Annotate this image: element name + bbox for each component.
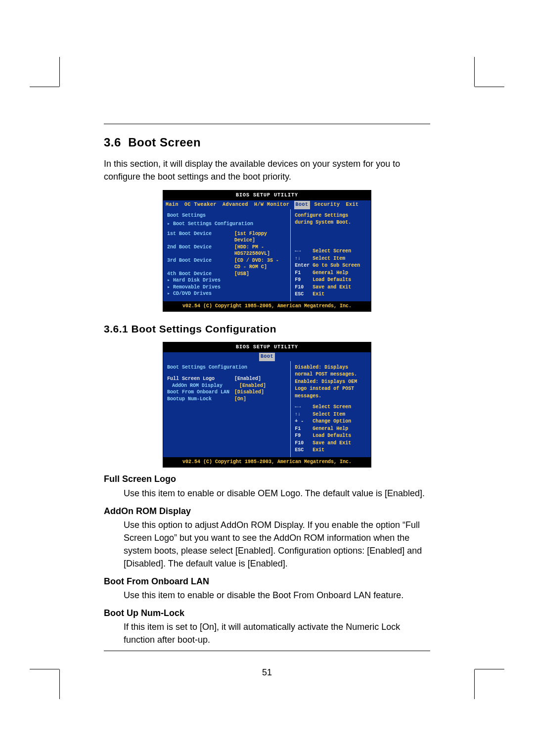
row-value: [On] (234, 396, 246, 403)
key-action: Load Defaults (312, 277, 351, 284)
bios-copyright: v02.54 (C) Copyright 1985-2003, American… (163, 457, 371, 468)
bios-submenu-link[interactable]: Hard Disk Drives (167, 277, 286, 284)
row-label: AddOn ROM Display (167, 382, 236, 389)
subsection-number: 3.6.1 (104, 323, 128, 334)
row-label: 1st Boot Device (167, 231, 231, 244)
bios-setting-row[interactable]: Bootup Num-Lock[On] (167, 396, 286, 403)
key-name: ESC (295, 447, 310, 454)
subsection-heading: 3.6.1 Boot Settings Configuration (104, 322, 430, 336)
key-action: Exit (312, 447, 324, 454)
boot-device-row[interactable]: 3rd Boot Device[CD / DVD: 3S - CD - ROM … (167, 257, 286, 271)
boot-device-row[interactable]: 4th Boot Device[USB] (167, 271, 286, 278)
row-label: 3rd Boot Device (167, 257, 231, 271)
key-action: Load Defaults (312, 432, 351, 440)
key-name: F1 (295, 425, 310, 433)
section-title: Boot Screen (128, 136, 201, 149)
submenu-label: Boot Settings Configuration (173, 221, 253, 228)
bios-left-pane: Boot Settings Boot Settings Configuratio… (163, 209, 290, 301)
key-name: Enter (295, 262, 310, 270)
bios-tabs: Boot (163, 352, 371, 361)
bios-help-text: Disabled: Displaysnormal POST messages.E… (295, 364, 368, 400)
option-description: Use this option to adjust AddOn ROM Disp… (124, 519, 430, 570)
section-heading: 3.6 Boot Screen (104, 134, 430, 151)
row-value: [Enabled] (234, 376, 261, 382)
crop-mark (59, 57, 60, 87)
crop-mark (474, 57, 475, 87)
key-name: ←→ (295, 248, 310, 255)
bios-right-pane: Configure Settingsduring System Boot. ←→… (290, 209, 371, 301)
content-column: 3.6 Boot Screen In this section, it will… (104, 0, 430, 679)
top-rule (104, 124, 430, 124)
row-value: [Enabled] (239, 382, 266, 389)
option-description: Use this item to enable or disable the B… (124, 589, 430, 602)
option-description: If this item is set to [On], it will aut… (124, 620, 430, 646)
key-action: Select Item (312, 255, 345, 263)
row-label: 2nd Boot Device (167, 244, 231, 257)
bios-title: BIOS SETUP UTILITY (163, 190, 371, 201)
page-number: 51 (104, 666, 430, 679)
key-name: F9 (295, 277, 310, 284)
bios-tab-main[interactable]: Main (164, 201, 180, 209)
bios-screenshot-boot-settings: BIOS SETUP UTILITY Boot Boot Settings Co… (163, 342, 371, 468)
key-action: General Help (312, 425, 348, 433)
bios-submenu-link[interactable]: CD/DVD Drives (167, 290, 286, 297)
manual-page: 3.6 Boot Screen In this section, it will… (0, 0, 534, 756)
bios-copyright: v02.54 (C) Copyright 1985-2005, American… (163, 301, 371, 312)
key-name: ↑↓ (295, 411, 310, 419)
key-action: Save and Exit (312, 284, 351, 291)
bottom-rule (104, 651, 430, 651)
crop-mark (30, 669, 59, 669)
bios-title: BIOS SETUP UTILITY (163, 342, 371, 353)
bios-tab-advanced[interactable]: Advanced (221, 201, 250, 209)
bios-tab-h-w-monitor[interactable]: H/W Monitor (253, 201, 291, 209)
bios-setting-row[interactable]: Boot From Onboard LAN[Disabled] (167, 389, 286, 396)
bios-left-pane: Boot Settings Configuration Full Screen … (163, 361, 290, 457)
row-label: Bootup Num-Lock (167, 396, 231, 403)
row-label: Boot From Onboard LAN (167, 389, 231, 396)
crop-mark (30, 87, 59, 87)
bios-right-pane: Disabled: Displaysnormal POST messages.E… (290, 361, 371, 457)
option-title: Full Screen Logo (104, 472, 430, 485)
row-value: [1st Floppy Device] (234, 231, 286, 244)
bios-submenu-link[interactable]: Boot Settings Configuration (167, 221, 286, 228)
option-title: AddOn ROM Display (104, 505, 430, 518)
bios-tab-exit[interactable]: Exit (345, 201, 360, 209)
key-name: ←→ (295, 404, 310, 411)
key-action: Select Screen (312, 248, 351, 255)
key-action: Change Option (312, 418, 351, 425)
boot-device-row[interactable]: 2nd Boot Device[HDD: PM - HDS722580VL] (167, 244, 286, 257)
key-name: ↑↓ (295, 255, 310, 263)
option-title: Boot Up Num-Lock (104, 607, 430, 619)
bios-tab-boot[interactable]: Boot (259, 353, 275, 361)
bios-left-heading: Boot Settings (167, 212, 286, 219)
section-number: 3.6 (104, 136, 121, 149)
key-action: Exit (312, 291, 324, 298)
bios-tab-oc-tweaker[interactable]: OC Tweaker (183, 201, 218, 209)
key-action: Save and Exit (312, 440, 351, 447)
key-name: ESC (295, 291, 310, 298)
bios-tab-boot[interactable]: Boot (294, 201, 310, 209)
bios-screenshot-boot: BIOS SETUP UTILITY MainOC TweakerAdvance… (163, 190, 371, 312)
crop-mark (474, 669, 475, 699)
boot-device-row[interactable]: 1st Boot Device[1st Floppy Device] (167, 231, 286, 244)
crop-mark (475, 669, 504, 669)
row-value: [HDD: PM - HDS722580VL] (234, 244, 286, 257)
key-action: Select Item (312, 411, 345, 419)
key-name: F10 (295, 284, 310, 291)
row-value: [Disabled] (234, 389, 264, 396)
key-name: F10 (295, 440, 310, 447)
crop-mark (475, 87, 504, 87)
bios-submenu-link[interactable]: Removable Drives (167, 284, 286, 291)
bios-help-text: Configure Settingsduring System Boot. (295, 212, 368, 227)
bios-tab-security[interactable]: Security (313, 201, 342, 209)
options-list: Full Screen LogoUse this item to enable … (104, 472, 430, 646)
row-value: [USB] (234, 271, 249, 278)
key-name: F9 (295, 432, 310, 440)
crop-mark (59, 669, 60, 699)
option-description: Use this item to enable or disable OEM L… (124, 487, 430, 500)
bios-setting-row[interactable]: AddOn ROM Display[Enabled] (167, 382, 286, 389)
bios-setting-row[interactable]: Full Screen Logo[Enabled] (167, 376, 286, 382)
key-action: Go to Sub Screen (312, 262, 360, 270)
section-intro: In this section, it will display the ava… (104, 157, 430, 183)
subsection-title: Boot Settings Configuration (132, 323, 276, 334)
